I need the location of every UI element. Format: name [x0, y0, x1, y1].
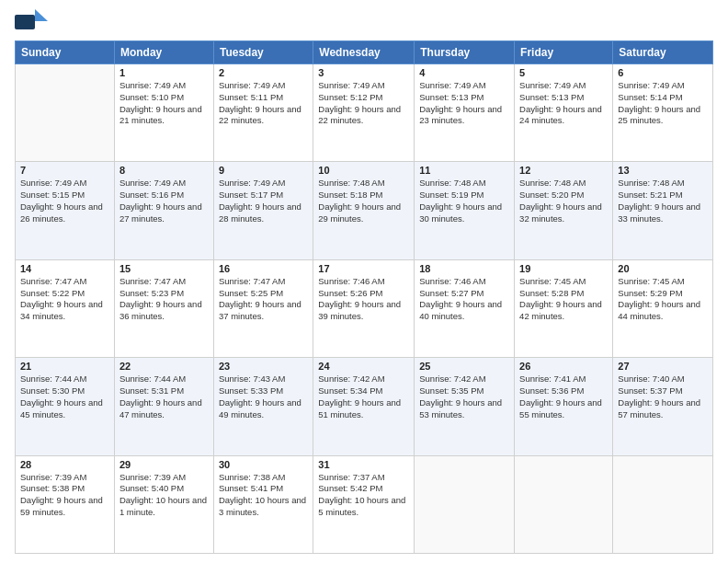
- day-cell: 6Sunrise: 7:49 AMSunset: 5:14 PMDaylight…: [613, 64, 713, 162]
- day-cell: 31Sunrise: 7:37 AMSunset: 5:42 PMDayligh…: [313, 455, 415, 553]
- logo-icon: [15, 9, 48, 33]
- day-cell: 9Sunrise: 7:49 AMSunset: 5:17 PMDaylight…: [213, 162, 313, 259]
- day-cell: 1Sunrise: 7:49 AMSunset: 5:10 PMDaylight…: [114, 64, 213, 162]
- day-cell: 4Sunrise: 7:49 AMSunset: 5:13 PMDaylight…: [415, 64, 515, 162]
- day-number: 10: [318, 165, 409, 176]
- day-info: Sunrise: 7:39 AMSunset: 5:40 PMDaylight:…: [119, 472, 209, 519]
- day-number: 20: [618, 263, 708, 274]
- day-info: Sunrise: 7:49 AMSunset: 5:12 PMDaylight:…: [318, 80, 409, 127]
- day-info: Sunrise: 7:41 AMSunset: 5:36 PMDaylight:…: [519, 373, 608, 420]
- day-number: 12: [519, 165, 608, 176]
- day-info: Sunrise: 7:45 AMSunset: 5:29 PMDaylight:…: [618, 276, 708, 323]
- day-info: Sunrise: 7:49 AMSunset: 5:11 PMDaylight:…: [219, 80, 308, 127]
- logo: [15, 9, 51, 33]
- day-number: 19: [519, 263, 608, 274]
- day-number: 18: [419, 263, 509, 274]
- day-number: 4: [419, 67, 509, 78]
- day-number: 26: [519, 361, 608, 372]
- day-info: Sunrise: 7:48 AMSunset: 5:21 PMDaylight:…: [618, 178, 708, 224]
- day-info: Sunrise: 7:46 AMSunset: 5:26 PMDaylight:…: [318, 276, 409, 323]
- day-info: Sunrise: 7:48 AMSunset: 5:19 PMDaylight:…: [419, 178, 509, 224]
- day-info: Sunrise: 7:49 AMSunset: 5:14 PMDaylight:…: [618, 80, 708, 127]
- day-cell: 28Sunrise: 7:39 AMSunset: 5:38 PMDayligh…: [16, 455, 115, 553]
- day-number: 1: [119, 67, 209, 78]
- day-cell: [16, 64, 115, 162]
- weekday-header-sunday: Sunday: [16, 41, 115, 64]
- day-number: 8: [119, 165, 209, 176]
- svg-rect-0: [15, 15, 35, 29]
- day-number: 24: [318, 361, 409, 372]
- day-cell: 20Sunrise: 7:45 AMSunset: 5:29 PMDayligh…: [613, 259, 713, 357]
- calendar-table: SundayMondayTuesdayWednesdayThursdayFrid…: [15, 40, 713, 554]
- day-cell: 2Sunrise: 7:49 AMSunset: 5:11 PMDaylight…: [213, 64, 313, 162]
- day-number: 9: [219, 165, 308, 176]
- day-info: Sunrise: 7:43 AMSunset: 5:33 PMDaylight:…: [219, 373, 308, 420]
- day-info: Sunrise: 7:37 AMSunset: 5:42 PMDaylight:…: [318, 472, 409, 519]
- day-cell: 26Sunrise: 7:41 AMSunset: 5:36 PMDayligh…: [515, 358, 613, 455]
- day-info: Sunrise: 7:49 AMSunset: 5:16 PMDaylight:…: [119, 178, 209, 224]
- week-row-2: 14Sunrise: 7:47 AMSunset: 5:22 PMDayligh…: [16, 259, 713, 357]
- day-number: 25: [419, 361, 509, 372]
- day-number: 27: [618, 361, 708, 372]
- day-info: Sunrise: 7:39 AMSunset: 5:38 PMDaylight:…: [20, 472, 109, 519]
- day-cell: 18Sunrise: 7:46 AMSunset: 5:27 PMDayligh…: [415, 259, 515, 357]
- day-info: Sunrise: 7:47 AMSunset: 5:22 PMDaylight:…: [20, 276, 109, 323]
- day-cell: 30Sunrise: 7:38 AMSunset: 5:41 PMDayligh…: [213, 455, 313, 553]
- day-info: Sunrise: 7:49 AMSunset: 5:13 PMDaylight:…: [419, 80, 509, 127]
- week-row-1: 7Sunrise: 7:49 AMSunset: 5:15 PMDaylight…: [16, 162, 713, 259]
- day-number: 22: [119, 361, 209, 372]
- weekday-header-wednesday: Wednesday: [313, 41, 415, 64]
- day-info: Sunrise: 7:45 AMSunset: 5:28 PMDaylight:…: [519, 276, 608, 323]
- day-cell: 12Sunrise: 7:48 AMSunset: 5:20 PMDayligh…: [515, 162, 613, 259]
- day-info: Sunrise: 7:49 AMSunset: 5:15 PMDaylight:…: [20, 178, 109, 224]
- day-info: Sunrise: 7:48 AMSunset: 5:20 PMDaylight:…: [519, 178, 608, 224]
- day-info: Sunrise: 7:49 AMSunset: 5:17 PMDaylight:…: [219, 178, 308, 224]
- day-number: 16: [219, 263, 308, 274]
- day-cell: 27Sunrise: 7:40 AMSunset: 5:37 PMDayligh…: [613, 358, 713, 455]
- weekday-header-thursday: Thursday: [415, 41, 515, 64]
- day-cell: 14Sunrise: 7:47 AMSunset: 5:22 PMDayligh…: [16, 259, 115, 357]
- day-cell: 29Sunrise: 7:39 AMSunset: 5:40 PMDayligh…: [114, 455, 213, 553]
- day-cell: [613, 455, 713, 553]
- weekday-header-tuesday: Tuesday: [213, 41, 313, 64]
- day-cell: 22Sunrise: 7:44 AMSunset: 5:31 PMDayligh…: [114, 358, 213, 455]
- day-info: Sunrise: 7:40 AMSunset: 5:37 PMDaylight:…: [618, 373, 708, 420]
- day-info: Sunrise: 7:46 AMSunset: 5:27 PMDaylight:…: [419, 276, 509, 323]
- weekday-header-row: SundayMondayTuesdayWednesdayThursdayFrid…: [16, 41, 713, 64]
- day-number: 30: [219, 459, 308, 470]
- day-number: 11: [419, 165, 509, 176]
- week-row-4: 28Sunrise: 7:39 AMSunset: 5:38 PMDayligh…: [16, 455, 713, 553]
- day-cell: 16Sunrise: 7:47 AMSunset: 5:25 PMDayligh…: [213, 259, 313, 357]
- day-cell: 17Sunrise: 7:46 AMSunset: 5:26 PMDayligh…: [313, 259, 415, 357]
- day-info: Sunrise: 7:47 AMSunset: 5:25 PMDaylight:…: [219, 276, 308, 323]
- day-number: 13: [618, 165, 708, 176]
- weekday-header-monday: Monday: [114, 41, 213, 64]
- header: [15, 9, 713, 33]
- day-cell: [515, 455, 613, 553]
- day-info: Sunrise: 7:42 AMSunset: 5:34 PMDaylight:…: [318, 373, 409, 420]
- day-cell: 13Sunrise: 7:48 AMSunset: 5:21 PMDayligh…: [613, 162, 713, 259]
- day-cell: 25Sunrise: 7:42 AMSunset: 5:35 PMDayligh…: [415, 358, 515, 455]
- day-info: Sunrise: 7:44 AMSunset: 5:30 PMDaylight:…: [20, 373, 109, 420]
- day-cell: 24Sunrise: 7:42 AMSunset: 5:34 PMDayligh…: [313, 358, 415, 455]
- day-cell: 15Sunrise: 7:47 AMSunset: 5:23 PMDayligh…: [114, 259, 213, 357]
- day-cell: 3Sunrise: 7:49 AMSunset: 5:12 PMDaylight…: [313, 64, 415, 162]
- day-info: Sunrise: 7:44 AMSunset: 5:31 PMDaylight:…: [119, 373, 209, 420]
- day-number: 17: [318, 263, 409, 274]
- week-row-0: 1Sunrise: 7:49 AMSunset: 5:10 PMDaylight…: [16, 64, 713, 162]
- day-number: 15: [119, 263, 209, 274]
- day-cell: 7Sunrise: 7:49 AMSunset: 5:15 PMDaylight…: [16, 162, 115, 259]
- day-number: 2: [219, 67, 308, 78]
- day-cell: [415, 455, 515, 553]
- day-cell: 21Sunrise: 7:44 AMSunset: 5:30 PMDayligh…: [16, 358, 115, 455]
- day-info: Sunrise: 7:38 AMSunset: 5:41 PMDaylight:…: [219, 472, 308, 519]
- day-cell: 10Sunrise: 7:48 AMSunset: 5:18 PMDayligh…: [313, 162, 415, 259]
- day-number: 28: [20, 459, 109, 470]
- day-number: 31: [318, 459, 409, 470]
- day-info: Sunrise: 7:49 AMSunset: 5:13 PMDaylight:…: [519, 80, 608, 127]
- day-info: Sunrise: 7:42 AMSunset: 5:35 PMDaylight:…: [419, 373, 509, 420]
- day-cell: 8Sunrise: 7:49 AMSunset: 5:16 PMDaylight…: [114, 162, 213, 259]
- day-info: Sunrise: 7:48 AMSunset: 5:18 PMDaylight:…: [318, 178, 409, 224]
- day-number: 5: [519, 67, 608, 78]
- weekday-header-friday: Friday: [515, 41, 613, 64]
